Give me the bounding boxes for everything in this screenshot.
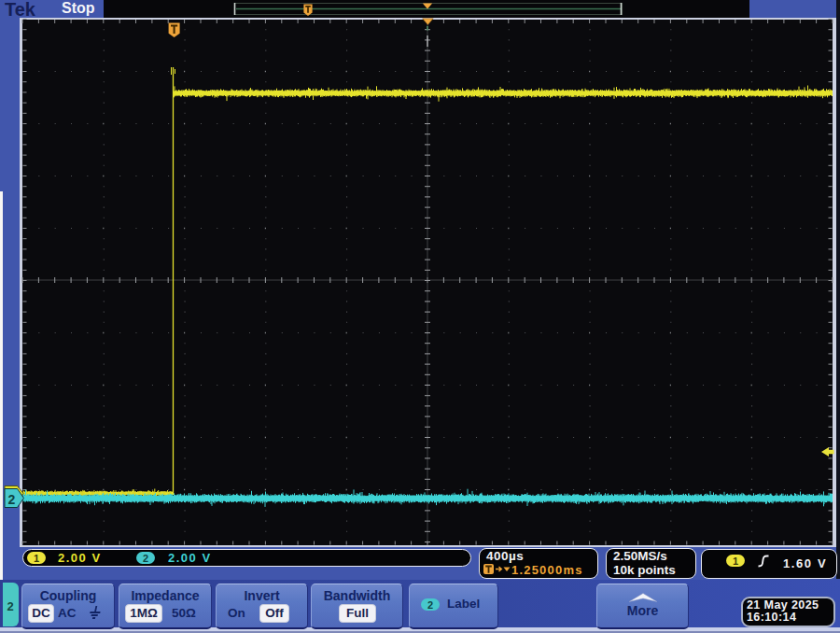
svg-text:2: 2	[8, 492, 16, 507]
